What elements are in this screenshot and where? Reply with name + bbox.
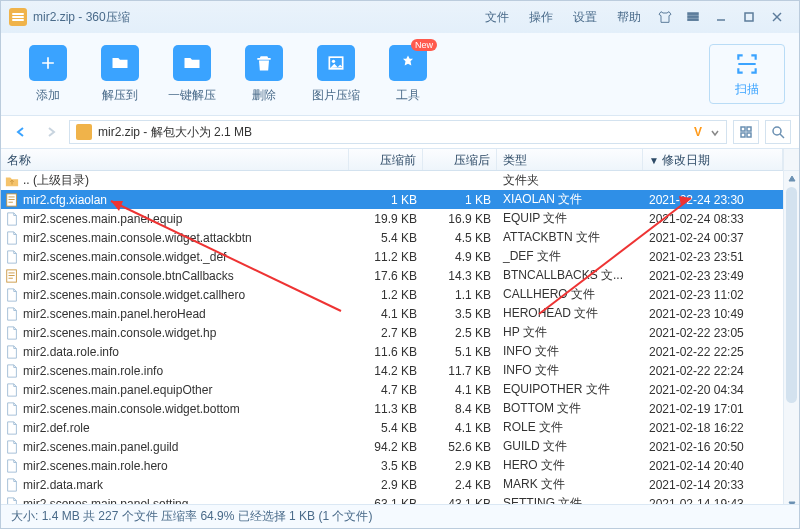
file-icon [3, 250, 21, 264]
toolbar: 添加 解压到 一键解压 删除 图片压缩 工具 扫描 [1, 33, 799, 115]
nav-forward-button[interactable] [39, 120, 63, 144]
file-date: 2021-02-22 22:24 [643, 364, 783, 378]
file-type: EQUIPOTHER 文件 [497, 381, 643, 398]
table-row[interactable]: mir2.data.role.info11.6 KB5.1 KBINFO 文件2… [1, 342, 783, 361]
scrollbar-thumb[interactable] [786, 187, 797, 403]
image-compress-button[interactable]: 图片压缩 [303, 45, 369, 104]
table-row[interactable]: mir2.scenes.main.console.widget.hp2.7 KB… [1, 323, 783, 342]
file-list[interactable]: .. (上级目录)文件夹mir2.cfg.xiaolan1 KB1 KBXIAO… [1, 171, 783, 512]
svg-rect-4 [745, 13, 753, 21]
file-date: 2021-02-23 23:51 [643, 250, 783, 264]
menu-action[interactable]: 操作 [529, 9, 553, 26]
scroll-up-button[interactable] [784, 171, 799, 187]
table-row[interactable]: mir2.scenes.main.console.btnCallbacks17.… [1, 266, 783, 285]
file-type: 文件夹 [497, 172, 643, 189]
size-after: 16.9 KB [423, 212, 497, 226]
file-name: mir2.scenes.main.role.info [21, 364, 349, 378]
skin-button[interactable] [651, 7, 679, 27]
size-before: 11.2 KB [349, 250, 423, 264]
file-date: 2021-02-16 20:50 [643, 440, 783, 454]
table-row[interactable]: mir2.scenes.main.console.widget.bottom11… [1, 399, 783, 418]
file-date: 2021-02-20 04:34 [643, 383, 783, 397]
table-row[interactable]: mir2.scenes.main.panel.guild94.2 KB52.6 … [1, 437, 783, 456]
file-name: mir2.scenes.main.panel.guild [21, 440, 349, 454]
menu-help[interactable]: 帮助 [617, 9, 641, 26]
file-type: MARK 文件 [497, 476, 643, 493]
table-row[interactable]: mir2.def.role5.4 KB4.1 KBROLE 文件2021-02-… [1, 418, 783, 437]
table-row[interactable]: mir2.scenes.main.role.hero3.5 KB2.9 KBHE… [1, 456, 783, 475]
scan-button[interactable]: 扫描 [709, 44, 785, 104]
col-type[interactable]: 类型 [497, 149, 643, 170]
search-button[interactable] [765, 120, 791, 144]
table-row[interactable]: mir2.scenes.main.console.widget._def11.2… [1, 247, 783, 266]
table-row[interactable]: mir2.data.mark2.9 KB2.4 KBMARK 文件2021-02… [1, 475, 783, 494]
size-before: 19.9 KB [349, 212, 423, 226]
size-after: 3.5 KB [423, 307, 497, 321]
table-row[interactable]: mir2.scenes.main.panel.heroHead4.1 KB3.5… [1, 304, 783, 323]
table-row[interactable]: mir2.scenes.main.panel.equip19.9 KB16.9 … [1, 209, 783, 228]
parent-directory-row[interactable]: .. (上级目录)文件夹 [1, 171, 783, 190]
file-date: 2021-02-24 23:30 [643, 193, 783, 207]
one-click-button[interactable]: 一键解压 [159, 45, 225, 104]
file-type: INFO 文件 [497, 362, 643, 379]
size-before: 5.4 KB [349, 231, 423, 245]
col-post[interactable]: 压缩后 [423, 149, 497, 170]
svg-rect-20 [9, 201, 13, 202]
vertical-scrollbar[interactable] [783, 149, 799, 512]
folder-up-icon [3, 174, 21, 188]
delete-button[interactable]: 删除 [231, 45, 297, 104]
svg-rect-2 [688, 19, 698, 20]
table-row[interactable]: mir2.scenes.main.console.widget.callhero… [1, 285, 783, 304]
dropdown-button[interactable] [679, 7, 707, 27]
size-after: 1 KB [423, 193, 497, 207]
image-compress-label: 图片压缩 [312, 87, 360, 104]
menu-file[interactable]: 文件 [485, 9, 509, 26]
size-after: 14.3 KB [423, 269, 497, 283]
close-button[interactable] [763, 7, 791, 27]
size-after: 2.9 KB [423, 459, 497, 473]
size-after: 4.1 KB [423, 421, 497, 435]
col-date[interactable]: 修改日期 [643, 149, 783, 170]
table-row[interactable]: mir2.cfg.xiaolan1 KB1 KBXIAOLAN 文件2021-0… [1, 190, 783, 209]
file-name: mir2.scenes.main.console.btnCallbacks [21, 269, 349, 283]
table-row[interactable]: mir2.scenes.main.role.info14.2 KB11.7 KB… [1, 361, 783, 380]
file-icon [3, 212, 21, 226]
file-name: mir2.def.role [21, 421, 349, 435]
scan-label: 扫描 [735, 81, 759, 98]
svg-rect-13 [741, 133, 745, 137]
table-row[interactable]: mir2.scenes.main.console.widget.attackbt… [1, 228, 783, 247]
svg-rect-22 [9, 272, 15, 273]
chevron-down-icon[interactable] [710, 127, 720, 137]
file-icon [3, 402, 21, 416]
table-row[interactable]: mir2.scenes.main.panel.equipOther4.7 KB4… [1, 380, 783, 399]
file-type: GUILD 文件 [497, 438, 643, 455]
path-text: mir2.zip - 解包大小为 2.1 MB [98, 124, 688, 141]
add-button[interactable]: 添加 [15, 45, 81, 104]
menu-settings[interactable]: 设置 [573, 9, 597, 26]
file-name: mir2.scenes.main.role.hero [21, 459, 349, 473]
file-date: 2021-02-23 23:49 [643, 269, 783, 283]
size-before: 11.6 KB [349, 345, 423, 359]
minimize-button[interactable] [707, 7, 735, 27]
path-bar: mir2.zip - 解包大小为 2.1 MB V [1, 115, 799, 149]
file-name: .. (上级目录) [21, 172, 349, 189]
size-after: 1.1 KB [423, 288, 497, 302]
file-date: 2021-02-22 23:05 [643, 326, 783, 340]
col-name[interactable]: 名称 [1, 149, 349, 170]
maximize-button[interactable] [735, 7, 763, 27]
path-field[interactable]: mir2.zip - 解包大小为 2.1 MB V [69, 120, 727, 144]
extract-to-button[interactable]: 解压到 [87, 45, 153, 104]
size-after: 4.1 KB [423, 383, 497, 397]
view-mode-button[interactable] [733, 120, 759, 144]
size-before: 1.2 KB [349, 288, 423, 302]
col-pre[interactable]: 压缩前 [349, 149, 423, 170]
nav-back-button[interactable] [9, 120, 33, 144]
file-icon [3, 288, 21, 302]
size-after: 2.4 KB [423, 478, 497, 492]
svg-rect-0 [688, 13, 698, 14]
list-header[interactable]: 名称 压缩前 压缩后 类型 修改日期 [1, 149, 783, 171]
size-after: 11.7 KB [423, 364, 497, 378]
config-file-icon [3, 193, 21, 207]
tools-button[interactable]: 工具 [375, 45, 441, 104]
size-before: 4.7 KB [349, 383, 423, 397]
